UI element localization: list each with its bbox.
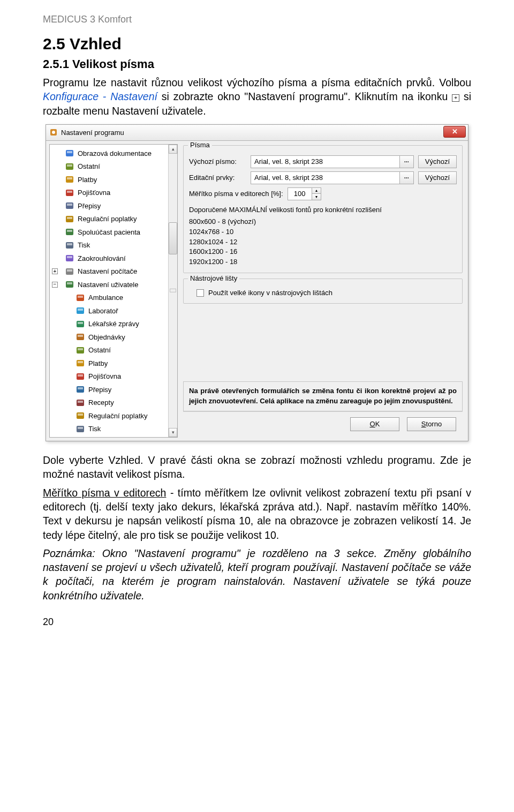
tree-item-nastaven-u-ivatele[interactable]: −Nastavení uživatele	[50, 278, 177, 291]
svg-rect-41	[78, 401, 83, 403]
coins-icon	[65, 214, 74, 224]
svg-rect-21	[67, 269, 72, 272]
tree-item-laborato-[interactable]: Laboratoř	[50, 304, 177, 318]
tree-item-label: Přepisy	[78, 202, 101, 210]
tree-item-zaokrouhlov-n-[interactable]: Zaokrouhlování	[50, 252, 177, 265]
scroll-thumb[interactable]	[169, 222, 177, 254]
svg-rect-5	[67, 164, 72, 167]
tree-item-vzhled[interactable]: Vzhled	[50, 435, 177, 438]
size-row: 1280x1024 - 12	[189, 237, 457, 247]
tree-item-ambulance[interactable]: Ambulance	[50, 291, 177, 304]
tree-scrollbar[interactable]: ▴ ▾	[168, 145, 177, 437]
pick-vychozi-font-button[interactable]: ···	[400, 155, 414, 168]
tree-item-p-episy[interactable]: Přepisy	[50, 383, 177, 396]
tree-item-regula-n-poplatky[interactable]: Regulační poplatky	[50, 212, 177, 225]
svg-rect-23	[67, 282, 72, 284]
tree-item-label: Lékařské zprávy	[88, 320, 139, 328]
size-recommendations: 800x600 - 8 (výchozí)1024x768 - 101280x1…	[189, 217, 457, 267]
tree-item-ostatn-[interactable]: Ostatní	[50, 160, 177, 173]
group-nastrojove-listy: Nástrojové lišty Použít velké ikony v ná…	[183, 279, 463, 304]
svg-rect-17	[67, 243, 72, 245]
svg-rect-33	[78, 348, 83, 350]
window-close-button[interactable]: ✕	[443, 126, 466, 138]
people-icon	[65, 227, 74, 237]
tree-item-label: Pojišťovna	[78, 189, 110, 197]
intro-text-1: Programu lze nastavit různou velikost vý…	[43, 77, 471, 88]
svg-rect-19	[67, 256, 72, 258]
svg-point-1	[52, 131, 55, 134]
tree-item-label: Nastavení počítače	[78, 267, 137, 275]
close-icon: ✕	[452, 127, 458, 136]
tree-item-obrazov-dokumentace[interactable]: Obrazová dokumentace	[50, 147, 177, 160]
svg-rect-9	[67, 191, 72, 193]
size-row: 1024x768 - 10	[189, 227, 457, 237]
tree-item-objedn-vky[interactable]: Objednávky	[50, 330, 177, 344]
splitter-handle[interactable]	[170, 289, 176, 292]
tree-item-ostatn-[interactable]: Ostatní	[50, 343, 177, 357]
ok-button[interactable]: OK	[350, 417, 399, 431]
scroll-up-button[interactable]: ▴	[169, 145, 177, 154]
meritko-spin-up[interactable]: ▴	[312, 187, 321, 194]
edit-default-button[interactable]: Výchozí	[418, 171, 457, 184]
svg-rect-45	[78, 427, 83, 429]
report-icon	[75, 319, 85, 329]
field-meritko[interactable]: 100	[288, 187, 312, 200]
meritko-spin-down[interactable]: ▾	[312, 194, 321, 200]
field-vychozi-pismo[interactable]: Arial, vel. 8, skript 238	[251, 155, 400, 168]
tree-expander-icon[interactable]: −	[52, 282, 58, 288]
tree-item-label: Tisk	[88, 425, 101, 433]
picture-icon	[65, 148, 74, 158]
page-icon	[65, 201, 74, 210]
tree-item-poji-ovna[interactable]: Pojišťovna	[50, 186, 177, 199]
tree-item-p-episy[interactable]: Přepisy	[50, 199, 177, 213]
field-editacni-prvky[interactable]: Arial, vel. 8, skript 238	[251, 171, 400, 184]
tree-item-spolu-ast-pacienta[interactable]: Spoluúčast pacienta	[50, 225, 177, 239]
tree-item-label: Pojišťovna	[88, 372, 121, 380]
settings-window: Nastavení programu ✕ Obrazová dokumentac…	[46, 124, 468, 441]
svg-rect-35	[78, 361, 83, 363]
svg-rect-7	[67, 177, 72, 179]
tree-item-regula-n-poplatky[interactable]: Regulační poplatky	[50, 409, 177, 423]
rx-icon	[75, 398, 85, 408]
amb-icon	[75, 293, 85, 303]
pc-icon	[65, 267, 74, 276]
settings-pane: Písma Výchozí písmo: Arial, vel. 8, skri…	[181, 141, 468, 441]
window-titlebar: Nastavení programu ✕	[46, 125, 468, 141]
money-icon	[65, 175, 74, 184]
tree-item-tisk[interactable]: Tisk	[50, 238, 177, 252]
tree-item-label: Ostatní	[88, 346, 111, 354]
size-row: 1920x1200 - 18	[189, 257, 457, 267]
storno-button[interactable]: Storno	[407, 417, 456, 431]
vychozi-default-button[interactable]: Výchozí	[418, 155, 457, 168]
tree-item-platby[interactable]: Platby	[50, 357, 177, 370]
palette-icon	[75, 437, 85, 438]
size-row: 1600x1200 - 16	[189, 247, 457, 257]
tree-item-platby[interactable]: Platby	[50, 173, 177, 186]
svg-rect-3	[67, 151, 72, 153]
checkbox-velke-ikony[interactable]	[196, 289, 204, 297]
user-icon	[65, 280, 74, 289]
tree-item-nastaven-po-ta-e[interactable]: +Nastavení počítače	[50, 265, 177, 278]
pick-edit-font-button[interactable]: ···	[400, 171, 414, 184]
gear-icon	[75, 345, 85, 355]
tree-item-label: Tisk	[78, 241, 90, 249]
tree-item-recepty[interactable]: Recepty	[50, 396, 177, 409]
label-vychozi-pismo: Výchozí písmo:	[189, 157, 251, 166]
konfigurace-nastaveni-link: Konfigurace - Nastavení	[43, 91, 157, 102]
tree-item-tisk[interactable]: Tisk	[50, 422, 177, 435]
tree-item-label: Regulační poplatky	[88, 412, 148, 420]
flask-icon	[75, 306, 85, 315]
label-meritko: Měřítko písma v editorech [%]:	[189, 190, 283, 198]
tree-expander-icon[interactable]: +	[52, 268, 58, 274]
svg-rect-39	[78, 387, 83, 389]
settings-tree: Obrazová dokumentaceOstatníPlatbyPojišťo…	[49, 144, 178, 438]
tree-item-label: Objednávky	[88, 333, 125, 341]
tree-item-label: Obrazová dokumentace	[78, 149, 152, 157]
label-velke-ikony: Použít velké ikony v nástrojových lištác…	[208, 289, 332, 297]
tree-item-label: Regulační poplatky	[78, 215, 137, 223]
tree-item-poji-ovna[interactable]: Pojišťovna	[50, 370, 177, 383]
doc-header: MEDICUS 3 Komfort	[43, 14, 471, 25]
scroll-down-button[interactable]: ▾	[169, 428, 177, 437]
tree-item-label: Laboratoř	[88, 307, 118, 315]
tree-item-l-ka-sk-zpr-vy[interactable]: Lékařské zprávy	[50, 317, 177, 330]
